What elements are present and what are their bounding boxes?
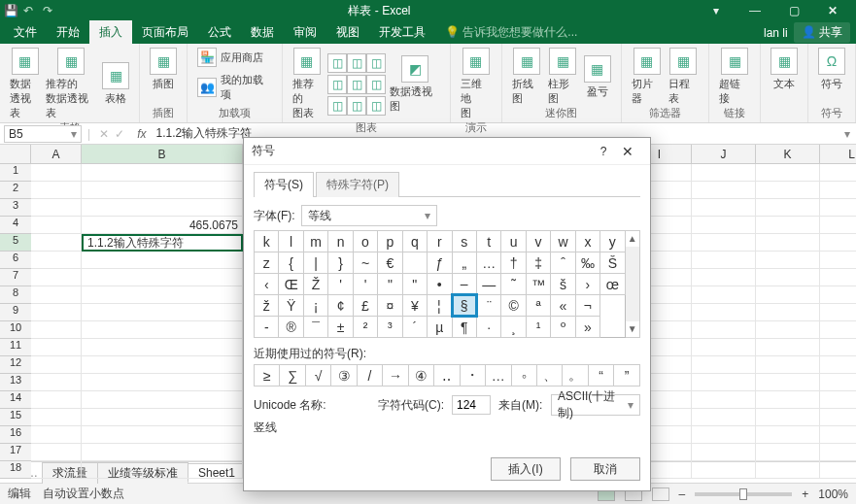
cell[interactable]: [692, 444, 756, 461]
cell[interactable]: [820, 356, 856, 374]
ribbon-button[interactable]: ▦推荐的数据透视表: [46, 48, 96, 120]
cell[interactable]: [756, 252, 820, 269]
cell[interactable]: [820, 444, 856, 461]
ribbon-mini-button[interactable]: 🏪应用商店: [197, 48, 271, 67]
recent-symbol-cell[interactable]: ・: [460, 365, 485, 386]
cell[interactable]: [756, 164, 820, 182]
cell[interactable]: [692, 286, 756, 304]
character-cell[interactable]: º: [551, 317, 575, 338]
row-header[interactable]: 9: [0, 304, 31, 321]
character-cell[interactable]: m: [303, 231, 327, 252]
cell[interactable]: [820, 164, 856, 182]
cell[interactable]: [82, 426, 243, 444]
character-cell[interactable]: ¬: [575, 295, 599, 317]
character-cell[interactable]: ™: [526, 274, 550, 295]
column-header[interactable]: L: [820, 145, 856, 163]
cell[interactable]: [756, 217, 820, 234]
recent-symbol-cell[interactable]: …: [486, 365, 511, 386]
character-cell[interactable]: ¸: [501, 317, 526, 338]
character-cell[interactable]: ²: [353, 317, 377, 338]
cancel-edit-icon[interactable]: ✕: [96, 127, 112, 141]
row-header[interactable]: 16: [0, 426, 31, 444]
view-page-break-icon[interactable]: [652, 487, 669, 501]
character-cell[interactable]: y: [600, 231, 625, 252]
undo-icon[interactable]: ↶: [23, 4, 43, 17]
row-header[interactable]: 10: [0, 321, 31, 339]
ribbon-button[interactable]: ▦三维地图: [461, 48, 492, 120]
recent-symbol-cell[interactable]: →: [383, 365, 408, 386]
cell[interactable]: [692, 391, 756, 409]
character-cell[interactable]: t: [476, 231, 500, 252]
character-cell[interactable]: µ: [428, 317, 452, 338]
cell[interactable]: [756, 304, 820, 321]
character-cell[interactable]: Š: [600, 252, 625, 274]
formula-expand-icon[interactable]: ▾: [839, 127, 856, 141]
zoom-in-button[interactable]: +: [802, 487, 808, 501]
character-cell[interactable]: p: [378, 231, 402, 252]
character-cell[interactable]: k: [255, 231, 279, 252]
character-cell[interactable]: ›: [575, 274, 599, 295]
cell[interactable]: [692, 269, 756, 286]
character-cell[interactable]: [402, 252, 427, 274]
cell[interactable]: [756, 199, 820, 217]
character-cell[interactable]: n: [328, 231, 353, 252]
ribbon-tab-6[interactable]: 审阅: [284, 20, 326, 45]
ribbon-tab-7[interactable]: 视图: [326, 20, 369, 45]
ribbon-button[interactable]: ▦推荐的图表: [292, 48, 323, 120]
ribbon-tab-8[interactable]: 开发工具: [369, 20, 435, 45]
column-header[interactable]: J: [692, 145, 756, 163]
ribbon-button[interactable]: ▦数据透视表: [10, 48, 40, 120]
ribbon-button[interactable]: Ω符号: [818, 48, 845, 91]
cell[interactable]: [820, 199, 856, 217]
cell[interactable]: [82, 409, 243, 426]
ribbon-tab-4[interactable]: 公式: [198, 20, 241, 45]
cell[interactable]: [820, 409, 856, 426]
tell-me-input[interactable]: 💡 告诉我您想要做什么...: [435, 24, 577, 41]
char-code-input[interactable]: [452, 395, 491, 415]
character-cell[interactable]: ¨: [476, 295, 500, 317]
cell[interactable]: [82, 252, 243, 269]
cell[interactable]: [31, 339, 82, 356]
confirm-edit-icon[interactable]: ✓: [112, 127, 127, 141]
ribbon-button[interactable]: ▦切片器: [632, 48, 663, 106]
character-cell[interactable]: ³: [378, 317, 402, 338]
cell[interactable]: [692, 234, 756, 252]
close-icon[interactable]: ✕: [813, 4, 852, 17]
scroll-up-icon[interactable]: ▲: [628, 231, 637, 247]
character-cell[interactable]: —: [476, 274, 500, 295]
cell[interactable]: [31, 426, 82, 444]
cell[interactable]: [31, 164, 82, 182]
row-header[interactable]: 1: [0, 164, 31, 182]
ribbon-tab-1[interactable]: 开始: [47, 20, 89, 45]
character-cell[interactable]: ¶: [452, 317, 476, 338]
name-box[interactable]: B5 ▾: [4, 125, 82, 143]
recent-symbol-cell[interactable]: ‥: [434, 365, 460, 386]
tab-symbols[interactable]: 符号(S): [254, 172, 314, 197]
share-button[interactable]: 👤 共享: [794, 22, 850, 43]
cell[interactable]: [31, 444, 82, 461]
character-cell[interactable]: w: [551, 231, 575, 252]
chart-type-icon[interactable]: ◫: [327, 96, 347, 116]
character-cell[interactable]: £: [353, 295, 377, 317]
character-cell[interactable]: ¥: [402, 295, 427, 317]
character-cell[interactable]: ·: [476, 317, 500, 338]
cell[interactable]: [31, 269, 82, 286]
character-cell[interactable]: v: [526, 231, 550, 252]
fx-icon[interactable]: fx: [127, 127, 155, 141]
cell[interactable]: [692, 321, 756, 339]
character-cell[interactable]: ": [402, 274, 427, 295]
cell[interactable]: [31, 374, 82, 391]
character-cell[interactable]: o: [353, 231, 377, 252]
ribbon-options-icon[interactable]: ▾: [697, 4, 736, 17]
ribbon-tab-2[interactable]: 插入: [89, 20, 132, 45]
row-header[interactable]: 6: [0, 252, 31, 269]
ribbon-button[interactable]: ▦折线图: [512, 48, 542, 106]
cell[interactable]: [692, 182, 756, 199]
character-cell[interactable]: ¯: [303, 317, 327, 338]
ribbon-button[interactable]: ▦插图: [150, 48, 177, 91]
cell[interactable]: [692, 339, 756, 356]
dialog-help-icon[interactable]: ?: [594, 145, 613, 158]
cell[interactable]: [31, 321, 82, 339]
chart-type-icon[interactable]: ◫: [327, 53, 347, 73]
cell[interactable]: [31, 182, 82, 199]
